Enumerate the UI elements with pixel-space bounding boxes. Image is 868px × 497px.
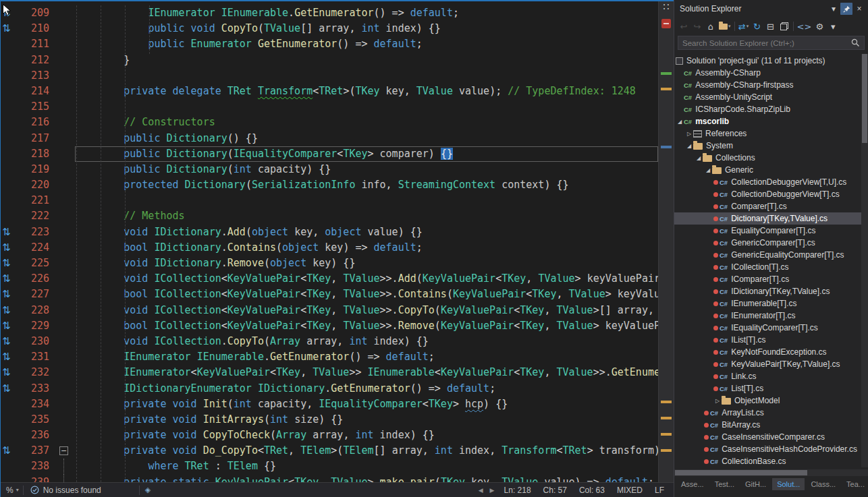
tree-item[interactable]: C#Assembly-CSharp-firstpass	[674, 79, 868, 91]
panel-horizontal-scrollbar[interactable]	[674, 469, 868, 476]
search-input[interactable]: Search Solution Explorer (Ctrl+;)	[678, 36, 865, 50]
tree-item[interactable]: C#IList[T].cs	[674, 334, 868, 346]
line-number[interactable]: 230	[21, 334, 53, 349]
close-icon[interactable]: ×	[853, 3, 865, 15]
nav-forward-icon[interactable]: ▶	[487, 487, 498, 494]
tree-item[interactable]: C#ICollection[T].cs	[674, 261, 868, 273]
line-number[interactable]: 221	[21, 193, 53, 208]
code-line[interactable]: ⇅223 void IDictionary.Add(object key, ob…	[1, 225, 658, 240]
line-number[interactable]: 228	[21, 303, 53, 318]
panel-tab-solut[interactable]: Solut...	[772, 478, 805, 490]
tree-item[interactable]: C#Assembly-UnityScript	[674, 91, 868, 103]
tree-item[interactable]: C#KeyValuePair[TKey,TValue].cs	[674, 358, 868, 370]
tree-item[interactable]: C#GenericComparer[T].cs	[674, 237, 868, 249]
code-line[interactable]: 212 }	[1, 53, 658, 68]
issues-status[interactable]: No issues found	[24, 486, 108, 495]
tree-item[interactable]: C#IEqualityComparer[T].cs	[674, 322, 868, 334]
status-extra-icon[interactable]: ◈	[140, 486, 156, 494]
line-number[interactable]: 210	[21, 21, 53, 36]
fold-toggle-icon[interactable]: −	[59, 446, 68, 455]
code-line[interactable]: 222 // Methods	[1, 208, 658, 224]
tree-item[interactable]: C#IEnumerator[T].cs	[674, 310, 868, 322]
tree-item[interactable]: ◢C#mscorlib	[674, 115, 868, 127]
code-line[interactable]: ⇅224 bool IDictionary.Contains(object ke…	[1, 240, 658, 256]
code-line[interactable]: 219 public Dictionary(int capacity) {}	[1, 162, 658, 177]
tree-item[interactable]: ◢System	[674, 140, 868, 152]
tree-item[interactable]: C#KeyNotFoundException.cs	[674, 346, 868, 358]
tree-item[interactable]: C#CaseInsensitiveHashCodeProvider.cs	[674, 443, 868, 455]
code-line[interactable]: ⇅232 IEnumerator<KeyValuePair<TKey, TVal…	[1, 365, 658, 380]
line-number[interactable]: 239	[21, 475, 53, 482]
override-indicator-icon[interactable]: ⇅	[2, 381, 11, 397]
home-button[interactable]: ⌂	[704, 20, 717, 33]
code-line[interactable]: ⇅231 IEnumerator IEnumerable.GetEnumerat…	[1, 349, 658, 365]
code-line[interactable]: 216 // Constructors	[1, 115, 658, 130]
line-number[interactable]: 212	[21, 53, 53, 68]
pages-button[interactable]	[778, 20, 791, 33]
properties-button[interactable]: ⚙	[813, 20, 826, 33]
line-number[interactable]: 222	[21, 208, 53, 224]
zoom-control[interactable]: % ▾	[1, 486, 23, 495]
tree-item[interactable]: C#ICSharpCode.SharpZipLib	[674, 103, 868, 115]
line-number[interactable]: 213	[21, 68, 53, 84]
panel-tab-test[interactable]: Test...	[710, 478, 739, 490]
back-button[interactable]: ↩	[677, 20, 690, 33]
code-line[interactable]: 238 where TRet : TElem {}	[1, 459, 658, 474]
line-number[interactable]: 237	[21, 443, 53, 459]
override-indicator-icon[interactable]: ⇅	[2, 365, 11, 380]
tree-item[interactable]: ▷ObjectModel	[674, 394, 868, 407]
line-number[interactable]: 225	[21, 256, 53, 271]
panel-tab-asse[interactable]: Asse...	[676, 478, 709, 490]
tree-item[interactable]: ◢Generic	[674, 164, 868, 176]
code-line[interactable]: ⇅237− private void Do_CopyTo<TRet, TElem…	[1, 443, 658, 459]
override-indicator-icon[interactable]: ⇅	[2, 334, 11, 349]
view-code-button[interactable]: <>	[796, 20, 813, 33]
refresh-button[interactable]: ↻	[751, 20, 764, 33]
code-line[interactable]: ⇅225 void IDictionary.Remove(object key)…	[1, 256, 658, 271]
scrollbar-thumb[interactable]	[862, 54, 867, 143]
line-number[interactable]: 235	[21, 412, 53, 428]
code-line[interactable]: ⇅227 bool ICollection<KeyValuePair<TKey,…	[1, 287, 658, 302]
code-line[interactable]: 221	[1, 193, 658, 208]
code-line[interactable]: ⇅229 bool ICollection<KeyValuePair<TKey,…	[1, 318, 658, 334]
override-indicator-icon[interactable]: ⇅	[2, 240, 11, 256]
override-indicator-icon[interactable]: ⇅	[2, 303, 11, 318]
line-number[interactable]: 219	[21, 162, 53, 177]
panel-tab-tea[interactable]: Tea...	[842, 478, 868, 490]
code-line[interactable]: 214 private delegate TRet Transform<TRet…	[1, 84, 658, 99]
code-line[interactable]: 218 public Dictionary(IEqualityComparer<…	[1, 146, 658, 162]
tree-item[interactable]: C#IEnumerable[T].cs	[674, 297, 868, 310]
code-editor[interactable]: ⇅209 IEnumerator IEnumerable.GetEnumerat…	[1, 1, 658, 482]
code-line[interactable]: ⇅230 void ICollection.CopyTo(Array array…	[1, 334, 658, 349]
code-line[interactable]: 217 public Dictionary() {}	[1, 131, 658, 146]
code-line[interactable]: 215	[1, 99, 658, 115]
tree-item[interactable]: C#BitArray.cs	[674, 419, 868, 431]
collapsed-arrow-icon[interactable]: ▷	[685, 131, 693, 137]
more-options-button[interactable]: ▾	[826, 20, 840, 33]
forward-button[interactable]: ↪	[690, 20, 704, 33]
expanded-arrow-icon[interactable]: ◢	[704, 167, 712, 173]
panel-tab-gith[interactable]: GitH...	[740, 478, 771, 490]
expanded-arrow-icon[interactable]: ◢	[695, 155, 703, 161]
nav-back-icon[interactable]: ◀	[475, 487, 487, 494]
line-number[interactable]: 224	[21, 240, 53, 256]
code-line[interactable]: ⇅233 IDictionaryEnumerator IDictionary.G…	[1, 381, 658, 397]
collapsed-arrow-icon[interactable]: ▷	[713, 398, 722, 404]
line-number[interactable]: 238	[21, 459, 53, 474]
code-line[interactable]: 234 private void Init(int capacity, IEqu…	[1, 397, 658, 412]
override-indicator-icon[interactable]: ⇅	[2, 225, 11, 240]
collapse-all-button[interactable]: ⊟	[764, 20, 778, 33]
pin-icon[interactable]	[840, 3, 852, 15]
line-number[interactable]: 218	[21, 146, 53, 162]
code-line[interactable]: ⇅226 void ICollection<KeyValuePair<TKey,…	[1, 271, 658, 287]
line-number[interactable]: 226	[21, 271, 53, 287]
override-indicator-icon[interactable]: ⇅	[2, 443, 11, 459]
indentation-mode-indicator[interactable]: MIXED	[617, 486, 643, 495]
code-line[interactable]: 211 public Enumerator GetEnumerator() =>…	[1, 36, 658, 52]
tree-item[interactable]: C#Assembly-CSharp	[674, 67, 868, 79]
scrollbar-grip-icon[interactable]: ∷	[659, 1, 674, 12]
panel-vertical-scrollbar[interactable]	[861, 54, 868, 467]
tree-item[interactable]: C#CollectionDebuggerView[T].cs	[674, 188, 868, 200]
window-menu-icon[interactable]: ▾	[828, 3, 840, 15]
tree-item[interactable]: C#IDictionary[TKey,TValue].cs	[674, 285, 868, 297]
